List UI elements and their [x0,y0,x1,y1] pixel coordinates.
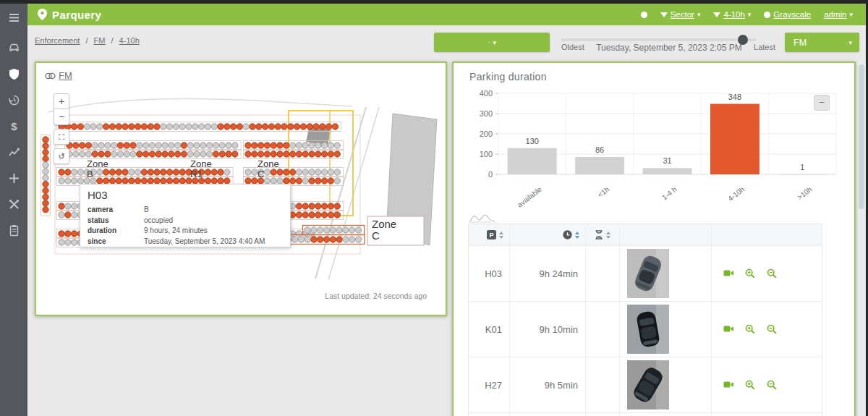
parking-spot-dot[interactable] [137,151,142,157]
parking-spot-dot[interactable] [174,143,180,148]
parking-spot-dot[interactable] [224,178,230,184]
zoom-in-icon[interactable] [745,268,756,279]
parking-spot-dot[interactable] [154,124,160,130]
parking-spot-dot[interactable] [328,169,333,175]
parking-spot-dot[interactable] [162,151,168,157]
breadcrumb-link-fm[interactable]: FM [94,36,106,45]
parking-spot-dot[interactable] [302,212,308,218]
parking-spot-dot[interactable] [313,124,319,130]
parking-spot-dot[interactable] [309,151,315,157]
parking-spot-dot[interactable] [330,227,336,233]
parking-spot-dot[interactable] [302,169,308,175]
clipboard-icon[interactable] [7,223,21,237]
parking-spot-dot[interactable] [252,151,258,157]
parking-spot-dot[interactable] [187,151,193,157]
parking-spot-dot[interactable] [205,169,210,175]
parking-spot-dot[interactable] [141,124,147,130]
parking-spot-dot[interactable] [284,178,289,184]
parking-spot-dot[interactable] [73,151,79,157]
parking-spot-dot[interactable] [124,143,129,148]
app-brand[interactable]: Parquery [27,9,101,21]
parking-spot-dot[interactable] [334,212,340,218]
parking-spot-dot[interactable] [296,203,302,209]
parking-spot-dot[interactable] [252,169,258,175]
parking-spot-dot[interactable] [323,237,329,242]
parking-spot-dot[interactable] [277,151,283,157]
parking-spot-dot[interactable] [321,203,327,209]
parking-spot-dot[interactable] [296,212,302,218]
parking-spot-dot[interactable] [71,212,77,218]
photo-cell[interactable] [620,357,712,412]
parking-spot-dot[interactable] [298,237,304,242]
parking-spot-dot[interactable] [43,200,48,206]
parking-spot-dot[interactable] [334,203,340,209]
time-slider-track[interactable] [561,38,757,41]
parking-spot-dot[interactable] [161,178,166,184]
table-header-parking[interactable]: P [469,224,510,245]
parking-spot-dot[interactable] [156,151,161,157]
view-select-button[interactable]: ·▾ [434,33,550,52]
parking-spot-dot[interactable] [307,124,312,130]
parking-spot-dot[interactable] [271,151,276,157]
parking-spot-dot[interactable] [149,151,155,157]
parking-spot-dot[interactable] [302,143,308,148]
parking-spot-dot[interactable] [166,169,172,175]
hamburger-icon[interactable] [7,10,21,25]
parking-spot-dot[interactable] [122,178,128,184]
parking-spot-dot[interactable] [206,143,212,148]
parking-spot-dot[interactable] [129,124,135,130]
parking-spot-dot[interactable] [328,178,333,184]
table-header-clock[interactable] [510,224,586,245]
parking-spot-dot[interactable] [59,203,64,209]
chart-bar-4-10h[interactable] [710,104,760,174]
parking-spot-dot[interactable] [245,151,251,157]
parking-spot-dot[interactable] [258,143,263,148]
chart-bar->10h[interactable] [778,174,827,175]
parking-spot-dot[interactable] [65,203,71,209]
parking-spot-dot[interactable] [98,143,104,148]
parking-spot-dot[interactable] [315,212,321,218]
parking-spot-dot[interactable] [79,151,85,157]
parking-spot-dot[interactable] [264,143,270,148]
parking-spot-dot[interactable] [194,151,200,157]
chart-bar-available[interactable] [508,148,557,174]
parking-spot-dot[interactable] [122,124,128,130]
parking-spot-dot[interactable] [71,169,77,175]
parking-spot-dot[interactable] [198,124,204,130]
parking-spot-dot[interactable] [79,143,85,148]
parking-spot-dot[interactable] [230,124,236,130]
parking-spot-dot[interactable] [232,151,238,157]
parking-spot-dot[interactable] [237,124,242,130]
parking-spot-dot[interactable] [271,169,276,175]
parking-spot-dot[interactable] [332,124,338,130]
page-scrollbar-thumb[interactable] [859,64,864,209]
shield-icon[interactable] [7,67,21,81]
map-reset-button[interactable]: ↺ [54,148,69,164]
parking-spot-dot[interactable] [245,178,251,184]
parking-spot-dot[interactable] [122,169,128,175]
parking-spot-dot[interactable] [43,162,48,168]
parking-spot-dot[interactable] [277,178,283,184]
video-icon[interactable] [723,324,734,335]
sort-arrows-icon[interactable] [575,232,579,239]
parking-spot-dot[interactable] [179,169,185,175]
parking-spot-dot[interactable] [173,178,179,184]
parking-spot-dot[interactable] [343,237,349,242]
parking-spot-dot[interactable] [85,143,91,148]
parking-spot-dot[interactable] [355,227,361,233]
top-menu-sector[interactable]: Sector▾ [660,10,701,19]
parking-spot-dot[interactable] [109,124,115,130]
parking-spot-dot[interactable] [71,124,77,130]
parking-spot-dot[interactable] [65,178,71,184]
parking-spot-dot[interactable] [275,124,281,130]
parking-spot-dot[interactable] [309,143,315,148]
parking-spot-dot[interactable] [156,143,161,148]
chart-bar-<1h[interactable] [575,157,624,174]
parking-spot-dot[interactable] [224,124,230,130]
parking-spot-dot[interactable] [154,169,160,175]
parking-spot-dot[interactable] [334,151,340,157]
parking-spot-dot[interactable] [173,124,179,130]
parking-spot-dot[interactable] [277,169,283,175]
parking-spot-dot[interactable] [59,231,64,237]
parking-spot-dot[interactable] [218,124,224,130]
